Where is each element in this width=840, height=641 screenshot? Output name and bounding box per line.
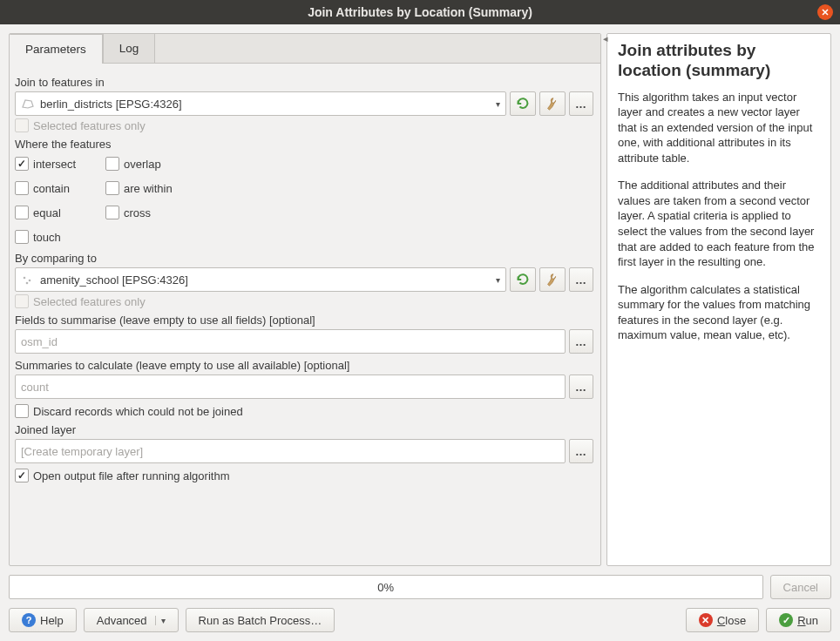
help-button[interactable]: ? Help xyxy=(9,608,77,632)
predicates-grid: intersect overlap contain are within equ… xyxy=(15,154,593,246)
advanced-button-label: Advanced xyxy=(97,614,147,627)
summaries-input[interactable]: count xyxy=(15,374,566,399)
polygon-layer-icon xyxy=(21,98,35,109)
predicate-contain-label: contain xyxy=(33,182,70,195)
help-icon: ? xyxy=(22,613,36,627)
svg-point-2 xyxy=(26,282,29,285)
predicate-equal-label: equal xyxy=(33,206,61,219)
predicate-overlap-checkbox[interactable] xyxy=(105,157,119,171)
chevron-down-icon: ▾ xyxy=(155,616,166,625)
run-button[interactable]: ✓ Run xyxy=(766,608,831,632)
compare-layer-value: amenity_school [EPSG:4326] xyxy=(40,273,188,287)
open-output-label: Open output file after running algorithm xyxy=(33,469,229,482)
tab-log[interactable]: Log xyxy=(103,33,156,63)
selected-only-compare-checkbox xyxy=(15,294,29,308)
svg-point-0 xyxy=(24,277,26,280)
predicate-touch-label: touch xyxy=(33,231,61,244)
label-fields: Fields to summarise (leave empty to use … xyxy=(15,314,593,327)
compare-layer-dropdown[interactable]: amenity_school [EPSG:4326] ▾ xyxy=(15,267,506,292)
browse-join-layer-button[interactable]: … xyxy=(569,91,593,116)
help-paragraph-1: This algorithm takes an input vector lay… xyxy=(618,90,820,166)
predicate-touch-checkbox[interactable] xyxy=(15,230,29,244)
joined-layer-input[interactable]: [Create temporary layer] xyxy=(15,439,566,463)
svg-point-1 xyxy=(29,280,31,282)
predicate-within-label: are within xyxy=(124,182,173,195)
label-join-to: Join to features in xyxy=(15,76,593,89)
form-body: Join to features in berlin_districts [EP… xyxy=(10,64,600,565)
progress-value: 0% xyxy=(377,581,394,594)
advanced-button[interactable]: Advanced ▾ xyxy=(84,608,179,632)
cancel-button: Cancel xyxy=(770,575,831,599)
help-paragraph-2: The additional attributes and their valu… xyxy=(618,178,820,269)
close-button-label: Close xyxy=(717,614,746,627)
discard-unjoined-checkbox[interactable] xyxy=(15,404,29,418)
collapse-help-button[interactable]: ◂ xyxy=(603,33,610,44)
parameters-panel: Parameters Log Join to features in berli… xyxy=(9,33,601,566)
batch-button[interactable]: Run as Batch Process… xyxy=(186,608,335,632)
predicate-intersect-checkbox[interactable] xyxy=(15,157,29,171)
summaries-value: count xyxy=(21,381,49,394)
joined-layer-placeholder: [Create temporary layer] xyxy=(21,445,143,458)
join-layer-dropdown[interactable]: berlin_districts [EPSG:4326] ▾ xyxy=(15,91,506,116)
fields-value: osm_id xyxy=(21,335,58,348)
predicate-overlap-label: overlap xyxy=(124,158,161,171)
dialog-content: Parameters Log Join to features in berli… xyxy=(0,24,840,641)
join-layer-value: berlin_districts [EPSG:4326] xyxy=(40,98,182,111)
browse-joined-layer-button[interactable]: … xyxy=(569,439,593,463)
reload-join-layer-button[interactable] xyxy=(510,91,536,116)
selected-only-compare-label: Selected features only xyxy=(33,295,146,308)
label-joined-layer: Joined layer xyxy=(15,423,593,436)
point-layer-icon xyxy=(21,274,35,285)
settings-join-layer-button[interactable] xyxy=(539,91,566,116)
fields-input[interactable]: osm_id xyxy=(15,329,566,354)
title-bar: Join Attributes by Location (Summary) xyxy=(0,0,840,24)
window-title: Join Attributes by Location (Summary) xyxy=(308,5,532,19)
reload-compare-layer-button[interactable] xyxy=(510,267,536,292)
help-button-label: Help xyxy=(40,614,64,627)
close-icon: ✕ xyxy=(699,613,713,627)
tab-parameters[interactable]: Parameters xyxy=(9,34,103,64)
close-button[interactable]: ✕ Close xyxy=(686,608,759,632)
window-close-button[interactable] xyxy=(817,4,833,20)
discard-unjoined-label: Discard records which could not be joine… xyxy=(33,405,243,418)
predicate-cross-label: cross xyxy=(124,206,151,219)
upper-area: Parameters Log Join to features in berli… xyxy=(9,33,831,566)
browse-compare-layer-button[interactable]: … xyxy=(569,267,593,292)
tab-bar: Parameters Log xyxy=(9,33,600,64)
predicate-within-checkbox[interactable] xyxy=(105,181,119,195)
help-paragraph-3: The algorithm calculates a statistical s… xyxy=(618,282,820,343)
selected-only-join-checkbox xyxy=(15,118,29,132)
predicate-contain-checkbox[interactable] xyxy=(15,181,29,195)
predicate-cross-checkbox[interactable] xyxy=(105,206,119,219)
browse-summaries-button[interactable]: … xyxy=(569,374,593,399)
help-title: Join attributes by location (summary) xyxy=(618,41,820,81)
browse-fields-button[interactable]: … xyxy=(569,329,593,354)
predicate-equal-checkbox[interactable] xyxy=(15,206,29,219)
chevron-down-icon: ▾ xyxy=(496,275,500,285)
predicate-intersect-label: intersect xyxy=(33,158,76,171)
selected-only-join-label: Selected features only xyxy=(33,119,146,132)
label-summaries: Summaries to calculate (leave empty to u… xyxy=(15,359,593,372)
label-where: Where the features xyxy=(15,138,593,151)
run-button-label: Run xyxy=(797,614,818,627)
open-output-checkbox[interactable] xyxy=(15,469,29,482)
settings-compare-layer-button[interactable] xyxy=(539,267,566,292)
progress-bar: 0% xyxy=(9,575,763,599)
run-icon: ✓ xyxy=(779,613,793,627)
bottom-area: 0% Cancel ? Help Advanced ▾ Run as Batch… xyxy=(9,575,831,632)
label-compare-to: By comparing to xyxy=(15,252,593,265)
help-panel: Join attributes by location (summary) Th… xyxy=(606,33,831,566)
chevron-down-icon: ▾ xyxy=(496,99,500,109)
